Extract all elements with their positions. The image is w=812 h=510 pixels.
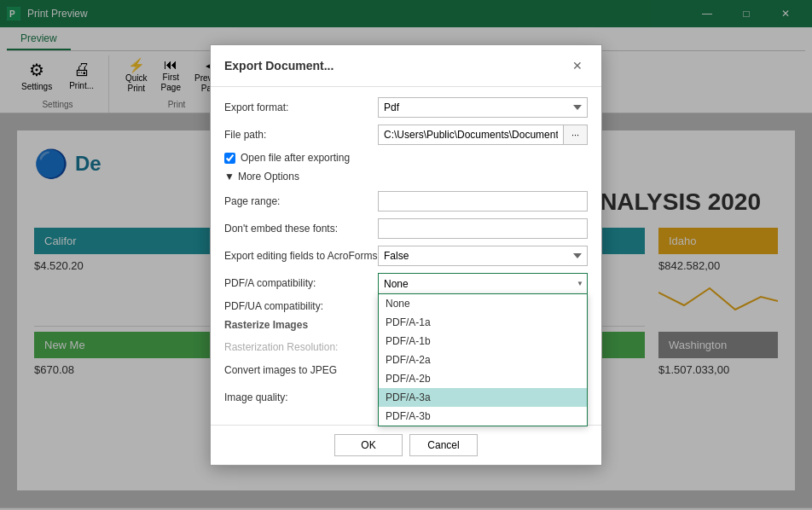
modal-footer: OK Cancel [211, 425, 601, 465]
rasterize-images-label: Rasterize Images [224, 319, 308, 331]
pdfa-dropdown: None PDF/A-1a PDF/A-1b PDF/A-2a PDF/A-2b… [378, 293, 588, 426]
pdfa-compatibility-row: PDF/A compatibility: None None PDF/A-1a … [224, 273, 588, 293]
pdfa-option-3b[interactable]: PDF/A-3b [379, 407, 587, 426]
dont-embed-fonts-input[interactable] [378, 218, 588, 239]
file-path-browse-button[interactable]: ··· [564, 125, 588, 145]
more-options-label: More Options [238, 171, 299, 183]
convert-jpeg-label: Convert images to JPEG [224, 364, 378, 376]
open-after-export-label[interactable]: Open file after exporting [241, 152, 350, 164]
modal-body: Export format: Pdf File path: ··· [211, 113, 601, 425]
modal-overlay: Export Document... ✕ Export format: Pdf … [0, 113, 812, 507]
pdfa-option-none[interactable]: None [379, 294, 587, 313]
main-area: 🔵 De NALYSIS 2020 Califor $4.520.20 [0, 113, 812, 507]
pdfa-option-1b[interactable]: PDF/A-1b [379, 332, 587, 351]
file-path-container: ··· [378, 125, 588, 145]
open-after-export-row: Open file after exporting [224, 152, 588, 164]
pdfa-selected[interactable]: None [378, 273, 588, 293]
pdfa-option-1a[interactable]: PDF/A-1a [379, 313, 587, 332]
page-range-input[interactable] [378, 191, 588, 212]
pdfua-compatibility-label: PDF/UA compatibility: [224, 300, 378, 312]
export-format-select[interactable]: Pdf [378, 113, 588, 118]
export-dialog: Export Document... ✕ Export format: Pdf … [210, 113, 602, 466]
pdfa-option-3a[interactable]: PDF/A-3a [379, 388, 587, 407]
dont-embed-fonts-label: Don't embed these fonts: [224, 223, 378, 235]
export-editing-fields-row: Export editing fields to AcroForms False… [224, 246, 588, 266]
pdfa-option-2a[interactable]: PDF/A-2a [379, 351, 587, 369]
file-path-input[interactable] [378, 125, 564, 145]
open-after-export-checkbox[interactable] [224, 153, 235, 164]
cancel-button[interactable]: Cancel [409, 434, 478, 456]
pdfa-option-2b[interactable]: PDF/A-2b [379, 369, 587, 388]
rasterization-resolution-label: Rasterization Resolution: [224, 341, 378, 353]
more-options-toggle[interactable]: ▼ More Options [224, 171, 588, 183]
pdfa-selected-value: None [384, 278, 409, 290]
ok-button[interactable]: OK [334, 434, 403, 456]
page-range-label: Page range: [224, 195, 378, 207]
pdfa-compatibility-label: PDF/A compatibility: [224, 277, 378, 289]
more-options-arrow: ▼ [224, 171, 235, 183]
export-editing-fields-select[interactable]: False True [378, 246, 588, 266]
file-path-row: File path: ··· [224, 125, 588, 145]
file-path-label: File path: [224, 129, 378, 141]
page-range-row: Page range: [224, 191, 588, 212]
export-format-row: Export format: Pdf [224, 113, 588, 118]
image-quality-label: Image quality: [224, 391, 378, 403]
pdfa-container: None None PDF/A-1a PDF/A-1b PDF/A-2a PDF… [378, 273, 588, 293]
export-editing-fields-label: Export editing fields to AcroForms [224, 250, 378, 262]
dont-embed-fonts-row: Don't embed these fonts: [224, 218, 588, 239]
